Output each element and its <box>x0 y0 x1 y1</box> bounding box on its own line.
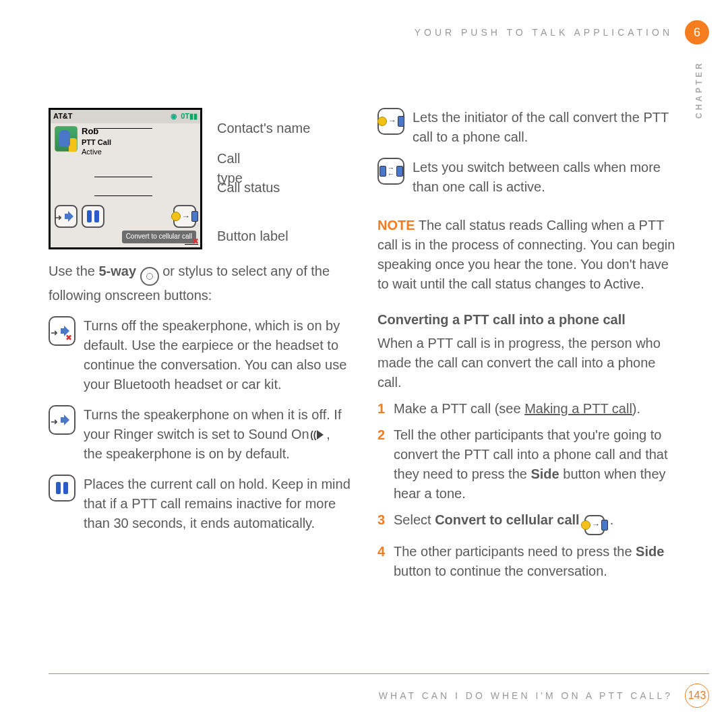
page-footer: WHAT CAN I DO WHEN I'M ON A PTT CALL? 14… <box>49 673 709 708</box>
convert-text: Lets the initiator of the call convert t… <box>413 108 679 147</box>
phone-frame: AT&T ◉ 0T▮▮ Rob PTT Call Active <box>49 108 202 249</box>
step-1: Make a PTT call (see Making a PTT call). <box>377 399 679 419</box>
carrier-label: AT&T <box>53 111 73 122</box>
call-status-label: Active <box>82 147 111 156</box>
switch-text: Lets you switch between calls when more … <box>413 158 679 197</box>
button-tooltip: Convert to cellular call <box>122 231 196 243</box>
clock-icon: ◉ <box>171 111 177 122</box>
convert-inline-icon: → <box>584 515 605 535</box>
contact-avatar-icon <box>55 126 78 152</box>
note-paragraph: NOTE The call status reads Calling when … <box>377 216 679 294</box>
phone-button-bar: ✖ → <box>51 204 200 231</box>
speaker-off-text: Turns off the speakerphone, which is on … <box>84 316 351 394</box>
speaker-off-button[interactable]: ✖ <box>55 205 78 228</box>
chapter-label-vertical: CHAPTER <box>694 61 704 119</box>
chapter-number-badge: 6 <box>685 20 709 44</box>
switch-calls-icon: →← <box>377 158 404 185</box>
hold-button[interactable] <box>82 205 104 228</box>
subheading: Converting a PTT call into a phone call <box>377 310 679 330</box>
making-ptt-call-link[interactable]: Making a PTT call <box>524 401 632 416</box>
step-3: Select Convert to cellular call → . <box>377 510 679 535</box>
row-convert: → Lets the initiator of the call convert… <box>377 108 679 147</box>
row-switch: →← Lets you switch between calls when mo… <box>377 158 679 197</box>
row-speaker-off: ✖ Turns off the speakerphone, which is o… <box>49 316 351 394</box>
page-header: YOUR PUSH TO TALK APPLICATION 6 <box>0 20 728 44</box>
ringer-switch-icon <box>313 429 326 440</box>
row-hold: Places the current call on hold. Keep in… <box>49 475 351 533</box>
phone-status-bar: AT&T ◉ 0T▮▮ <box>51 110 200 123</box>
convert-icon: → <box>377 108 404 135</box>
speaker-on-icon <box>49 405 75 435</box>
five-way-icon <box>140 267 159 286</box>
convert-call-button[interactable]: → <box>173 205 196 228</box>
signal-indicator: 0T▮▮ <box>181 111 198 122</box>
row-speaker-on: Turns the speakerphone on when it is off… <box>49 405 351 464</box>
section-title: YOUR PUSH TO TALK APPLICATION <box>415 27 673 38</box>
callout-contact-name: Contact's name <box>210 119 303 138</box>
steps-list: Make a PTT call (see Making a PTT call).… <box>377 399 679 588</box>
left-column: AT&T ◉ 0T▮▮ Rob PTT Call Active <box>49 108 351 661</box>
call-type-label: PTT Call <box>82 138 111 147</box>
hold-icon <box>49 475 75 502</box>
step-2: Tell the other participants that you're … <box>377 425 679 504</box>
content-area: AT&T ◉ 0T▮▮ Rob PTT Call Active <box>49 108 679 661</box>
speaker-on-text: Turns the speakerphone on when it is off… <box>84 405 351 464</box>
phone-screenshot-diagram: AT&T ◉ 0T▮▮ Rob PTT Call Active <box>49 108 318 249</box>
hold-text: Places the current call on hold. Keep in… <box>84 475 351 533</box>
subhead-intro: When a PTT call is in progress, the pers… <box>377 334 679 392</box>
step-4: The other participants need to press the… <box>377 542 679 581</box>
footer-section-title: WHAT CAN I DO WHEN I'M ON A PTT CALL? <box>379 690 673 701</box>
intro-paragraph: Use the 5-way or stylus to select any of… <box>49 262 351 305</box>
page-number: 143 <box>685 684 709 708</box>
note-label: NOTE <box>377 218 415 233</box>
speaker-off-icon: ✖ <box>49 316 75 346</box>
right-column: → Lets the initiator of the call convert… <box>377 108 679 661</box>
